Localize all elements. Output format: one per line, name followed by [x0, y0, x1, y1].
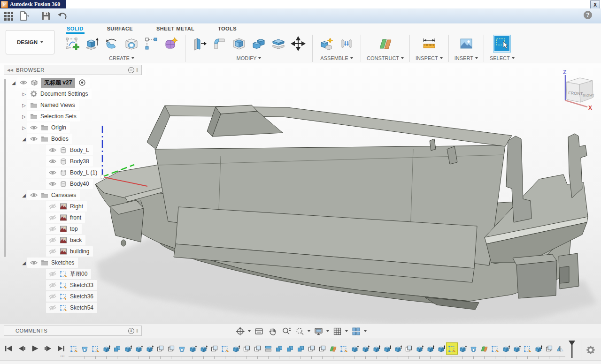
- tree-item-label[interactable]: Sketch54: [70, 304, 93, 311]
- create-form-icon[interactable]: [162, 35, 179, 52]
- timeline-op-revolve-icon[interactable]: [79, 343, 90, 354]
- timeline-op-extrude-icon[interactable]: [144, 343, 155, 354]
- panel-grip[interactable]: ‖: [136, 67, 139, 73]
- split-body-icon[interactable]: [270, 35, 287, 52]
- tree-item-label[interactable]: Document Settings: [40, 91, 88, 97]
- timeline-skip-end-button[interactable]: [57, 345, 65, 352]
- pan-icon[interactable]: [267, 326, 278, 337]
- extrude-icon[interactable]: [84, 35, 100, 52]
- timeline-op-extrude-icon[interactable]: [360, 343, 371, 354]
- visibility-eye-icon[interactable]: [30, 124, 38, 132]
- timeline-step-forward-button[interactable]: [44, 345, 52, 352]
- tree-row[interactable]: Sketch33: [4, 280, 142, 291]
- visibility-eye-off-icon[interactable]: [48, 225, 56, 233]
- tree-row[interactable]: ▷Selection Sets: [4, 111, 142, 122]
- visibility-eye-icon[interactable]: [48, 169, 56, 177]
- timeline-op-extrude-icon[interactable]: [425, 343, 436, 354]
- tree-row[interactable]: Sketch54: [4, 302, 142, 313]
- tree-item-label[interactable]: Bodies: [51, 136, 69, 142]
- select-icon[interactable]: [493, 35, 510, 52]
- hole-icon[interactable]: [123, 35, 140, 52]
- tree-row[interactable]: Body_L: [4, 144, 142, 156]
- create-sketch-icon[interactable]: [64, 35, 81, 52]
- joint-icon[interactable]: [338, 35, 355, 52]
- tree-item-label[interactable]: Sketch33: [70, 282, 93, 288]
- visibility-eye-off-icon[interactable]: [48, 203, 56, 211]
- tree-row[interactable]: building: [4, 246, 142, 257]
- undo-icon[interactable]: [56, 11, 68, 21]
- group-label[interactable]: INSERT: [455, 55, 478, 61]
- timeline-op-extrude-icon[interactable]: [382, 343, 393, 354]
- tree-item-label[interactable]: Body40: [70, 181, 89, 187]
- expander-icon[interactable]: ◢: [21, 260, 27, 265]
- stern-box-notch[interactable]: [560, 266, 569, 283]
- timeline-op-extrude-icon[interactable]: [371, 343, 382, 354]
- chevron-down-icon[interactable]: [308, 330, 310, 332]
- tree-item-label[interactable]: 无标题 v27: [41, 78, 75, 88]
- timeline-op-extrude-icon[interactable]: [349, 343, 360, 354]
- tree-row[interactable]: front: [4, 212, 142, 223]
- tab-tools[interactable]: TOOLS: [217, 24, 238, 34]
- timeline-op-extrude-icon[interactable]: [501, 343, 511, 354]
- timeline-op-pattern-icon[interactable]: [403, 343, 414, 354]
- timeline-op-extrude-icon[interactable]: [198, 343, 209, 354]
- group-label[interactable]: MODIFY: [237, 55, 262, 61]
- tree-item-label[interactable]: Body_L: [70, 147, 89, 153]
- timeline-op-extrude-icon[interactable]: [393, 343, 403, 354]
- visibility-eye-off-icon[interactable]: [48, 270, 56, 278]
- timeline-op-sketch-icon[interactable]: [220, 343, 231, 354]
- timeline-op-extrude-icon[interactable]: [511, 343, 522, 354]
- timeline-op-combine-icon[interactable]: [112, 343, 123, 354]
- chevron-down-icon[interactable]: [248, 330, 251, 332]
- tree-row[interactable]: ▷Document Settings: [4, 88, 142, 99]
- visibility-eye-off-icon[interactable]: [48, 214, 56, 222]
- timeline-op-revolve-icon[interactable]: [177, 343, 187, 354]
- press-pull-icon[interactable]: [191, 35, 208, 52]
- visibility-eye-icon[interactable]: [48, 158, 56, 166]
- expander-icon[interactable]: ▷: [21, 125, 27, 130]
- timeline-op-revolve-icon[interactable]: [468, 343, 479, 354]
- chevron-down-icon[interactable]: [326, 330, 329, 332]
- browser-header[interactable]: ◀◀ BROWSER − ‖: [4, 65, 142, 75]
- construction-plane-icon[interactable]: [377, 35, 394, 52]
- tree-item-label[interactable]: Origin: [51, 124, 66, 131]
- timeline-op-pattern-icon[interactable]: [155, 343, 166, 354]
- tree-item-label[interactable]: top: [70, 226, 78, 232]
- tree-row[interactable]: Body_L (1): [4, 167, 142, 178]
- fillet-icon[interactable]: [211, 35, 228, 52]
- chevron-down-icon[interactable]: [345, 330, 348, 332]
- tree-row[interactable]: Body40: [4, 178, 142, 190]
- tab-solid[interactable]: SOLID: [66, 24, 85, 34]
- display-settings-icon[interactable]: [313, 326, 324, 337]
- shell-icon[interactable]: [231, 35, 247, 52]
- combine-icon[interactable]: [250, 35, 267, 52]
- tab-sheet-metal[interactable]: SHEET METAL: [155, 24, 195, 34]
- expand-comments-icon[interactable]: +: [128, 328, 134, 334]
- tree-item-label[interactable]: building: [70, 248, 89, 255]
- visibility-eye-icon[interactable]: [19, 79, 27, 87]
- timeline-settings-gear-icon[interactable]: [586, 345, 595, 355]
- timeline-op-extrude-icon[interactable]: [101, 343, 112, 354]
- tree-row[interactable]: ◢无标题 v27: [4, 77, 142, 88]
- revolve-icon[interactable]: [103, 35, 120, 52]
- timeline-op-combine-icon[interactable]: [274, 343, 285, 354]
- timeline-op-sketch-icon[interactable]: [490, 343, 501, 354]
- tree-item-label[interactable]: Right: [70, 203, 83, 210]
- design-menu-button[interactable]: DESIGN: [6, 30, 54, 54]
- tab-surface[interactable]: SURFACE: [106, 24, 134, 34]
- timeline-op-extrude-icon[interactable]: [123, 343, 133, 354]
- timeline-op-pattern-icon[interactable]: [241, 343, 252, 354]
- expander-icon[interactable]: ▷: [21, 103, 27, 108]
- browser-scrollbar[interactable]: [4, 79, 6, 257]
- move-icon[interactable]: [290, 35, 307, 52]
- measure-icon[interactable]: [421, 35, 438, 52]
- tree-row[interactable]: ▷Origin: [4, 122, 142, 133]
- insert-image-icon[interactable]: [458, 35, 475, 52]
- close-button[interactable]: X: [590, 0, 600, 9]
- timeline-op-extrude-icon[interactable]: [414, 343, 425, 354]
- collapse-all-icon[interactable]: −: [128, 67, 134, 73]
- timeline-op-plane-icon[interactable]: [328, 343, 339, 354]
- timeline-op-pattern-icon[interactable]: [252, 343, 263, 354]
- chevron-down-icon[interactable]: [364, 330, 367, 332]
- fit-icon[interactable]: [294, 326, 305, 337]
